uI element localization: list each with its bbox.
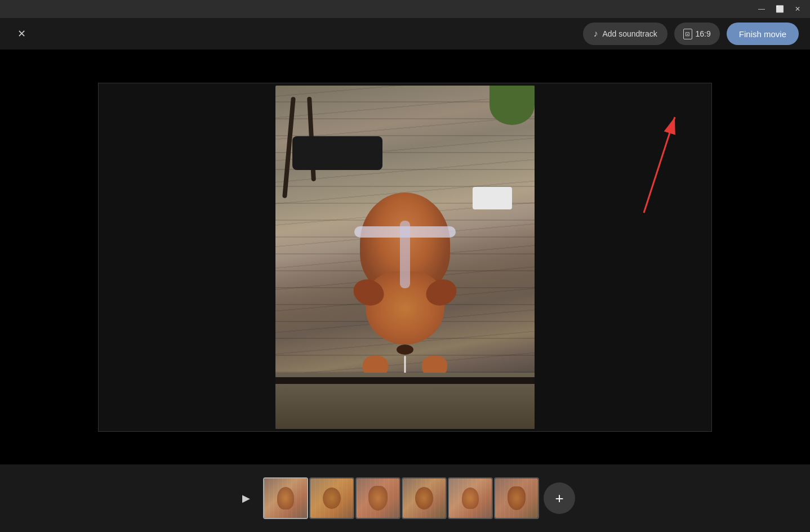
header-left: ✕ (11, 24, 32, 44)
video-preview-frame (98, 83, 712, 432)
title-bar: — ⬜ ✕ (0, 0, 810, 18)
thumb-image-4 (403, 479, 446, 518)
film-thumbnail-4[interactable] (402, 477, 447, 519)
aspect-ratio-icon: ⊡ (683, 29, 692, 39)
thumb-image-6 (495, 479, 538, 518)
add-clip-button[interactable]: + (544, 482, 575, 514)
add-soundtrack-button[interactable]: ♪ Add soundtrack (583, 23, 667, 45)
maximize-button[interactable]: ⬜ (772, 3, 787, 15)
add-soundtrack-label: Add soundtrack (602, 29, 657, 38)
music-icon: ♪ (593, 29, 598, 39)
film-thumbnail-1[interactable] (263, 477, 308, 519)
aspect-ratio-label: 16:9 (696, 29, 711, 38)
timeline-area: ▶ (0, 464, 810, 532)
thumb-image-2 (310, 479, 353, 518)
video-preview-area (0, 50, 810, 464)
thumb-image-3 (357, 479, 399, 518)
minimize-button[interactable]: — (754, 3, 769, 15)
aspect-ratio-button[interactable]: ⊡ 16:9 (674, 23, 720, 45)
film-thumbnail-6[interactable] (494, 477, 539, 519)
header-right: ♪ Add soundtrack ⊡ 16:9 Finish movie (583, 23, 799, 45)
thumb-image-1 (264, 479, 307, 518)
app-header: ✕ ♪ Add soundtrack ⊡ 16:9 Finish movie (0, 18, 810, 50)
film-thumbnail-5[interactable] (448, 477, 493, 519)
back-close-button[interactable]: ✕ (11, 24, 32, 44)
film-thumbnail-2[interactable] (309, 477, 354, 519)
thumb-image-5 (449, 479, 492, 518)
svg-line-1 (644, 117, 675, 213)
preview-image (275, 86, 535, 429)
annotation-arrow (531, 83, 711, 230)
film-thumbnail-3[interactable] (355, 477, 400, 519)
filmstrip: + (263, 477, 575, 519)
play-button[interactable]: ▶ (235, 487, 257, 509)
finish-movie-button[interactable]: Finish movie (727, 23, 799, 45)
window-close-button[interactable]: ✕ (790, 3, 805, 15)
